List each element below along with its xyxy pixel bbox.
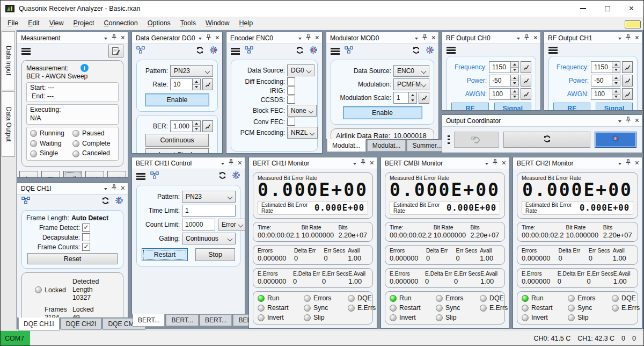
frequency-input[interactable]: [489, 61, 511, 73]
panel-pin-button[interactable]: [422, 34, 427, 42]
panel-close-button[interactable]: ×: [635, 34, 639, 41]
power-input[interactable]: [489, 75, 511, 86]
panel-close-button[interactable]: ×: [635, 117, 639, 124]
power-input[interactable]: [591, 75, 612, 86]
panel-menu-caret-icon[interactable]: [298, 38, 302, 40]
reset-button[interactable]: Reset: [27, 253, 118, 264]
panel-close-button[interactable]: ×: [370, 159, 374, 167]
panel-close-button[interactable]: ×: [635, 159, 639, 167]
run-single-button[interactable]: [63, 171, 82, 177]
diff-encoding-checkbox[interactable]: [287, 77, 295, 85]
edit-notes-button[interactable]: [108, 45, 123, 57]
tab-dqe-ch2i[interactable]: DQE CH2I: [61, 318, 102, 330]
modulator-enable-button[interactable]: Enable: [343, 106, 422, 119]
connection-button[interactable]: [245, 46, 253, 56]
modulation-scale-input[interactable]: [393, 92, 409, 104]
panel-close-button[interactable]: ×: [121, 184, 125, 192]
panel-close-button[interactable]: ×: [502, 159, 506, 167]
panel-close-button[interactable]: ×: [215, 34, 219, 41]
hamburger-menu-icon[interactable]: [21, 48, 31, 55]
menu-file[interactable]: File: [3, 17, 23, 30]
connection-button[interactable]: [345, 46, 353, 56]
panel-pin-button[interactable]: [626, 117, 631, 125]
tab-summer[interactable]: Summer...: [407, 140, 447, 152]
rate-spinner[interactable]: [193, 78, 201, 90]
rate-ramp-button[interactable]: [202, 78, 213, 90]
revert-button[interactable]: [454, 132, 499, 148]
signal-toggle-button[interactable]: Signal: [494, 103, 532, 110]
tab-dqe-ch1i[interactable]: DQE CH1I: [18, 318, 60, 330]
modulation-scale-spinner[interactable]: [409, 92, 417, 104]
tab-bert-2[interactable]: BERT...: [200, 314, 232, 326]
frequency-ramp-button[interactable]: [521, 61, 531, 73]
decapsulate-checkbox[interactable]: [82, 233, 90, 241]
apply-settings-button[interactable]: [595, 132, 636, 148]
continuous-button[interactable]: Continuous: [145, 134, 209, 147]
menu-connection[interactable]: Connection: [99, 17, 143, 30]
hamburger-menu-icon[interactable]: [331, 48, 340, 55]
refresh-button[interactable]: [196, 46, 204, 56]
block-fec-select[interactable]: None: [287, 105, 317, 117]
settings-button[interactable]: [309, 46, 318, 56]
data-source-select[interactable]: ENC0: [393, 65, 429, 77]
rate-input[interactable]: [170, 78, 193, 90]
panel-menu-caret-icon[interactable]: [221, 163, 224, 165]
panel-pin-button[interactable]: [626, 34, 631, 42]
panel-close-button[interactable]: ×: [315, 34, 319, 41]
power-ramp-button[interactable]: [622, 75, 633, 86]
panel-pin-button[interactable]: [112, 184, 116, 192]
panel-menu-caret-icon[interactable]: [199, 38, 202, 40]
frame-detect-checkbox[interactable]: [82, 224, 90, 232]
skip-to-end-button[interactable]: [107, 171, 126, 177]
signal-toggle-button[interactable]: Signal: [596, 103, 633, 110]
step-button[interactable]: [85, 171, 104, 177]
frequency-spinner[interactable]: [511, 61, 519, 73]
frequency-ramp-button[interactable]: [622, 61, 633, 73]
connection-button[interactable]: [150, 171, 159, 181]
power-spinner[interactable]: [612, 75, 620, 86]
menu-help[interactable]: Help: [235, 17, 258, 30]
hamburger-menu-icon[interactable]: [548, 47, 558, 54]
rf-toggle-button[interactable]: RF: [451, 103, 489, 110]
tab-modulator-0[interactable]: Modulat...: [327, 139, 366, 152]
restart-button[interactable]: Restart: [142, 248, 188, 261]
panel-pin-button[interactable]: [524, 34, 529, 42]
awgn-ramp-button[interactable]: [521, 88, 531, 100]
panel-pin-button[interactable]: [361, 159, 365, 167]
settings-button[interactable]: [115, 196, 123, 207]
awgn-input[interactable]: [591, 88, 612, 100]
tab-bert-0[interactable]: BERT...: [133, 314, 165, 327]
hamburger-menu-icon[interactable]: [136, 173, 145, 180]
hamburger-menu-icon[interactable]: [447, 47, 456, 54]
menu-options[interactable]: Options: [143, 17, 175, 30]
refresh-button[interactable]: [101, 197, 109, 207]
pattern-select[interactable]: PN23: [170, 65, 213, 77]
panel-pin-button[interactable]: [112, 34, 116, 42]
tab-bert-1[interactable]: BERT...: [166, 314, 198, 326]
ber-spinner[interactable]: [193, 120, 201, 132]
panel-pin-button[interactable]: [626, 159, 631, 167]
panel-close-button[interactable]: ×: [238, 159, 242, 167]
connection-button[interactable]: [21, 197, 30, 206]
refresh-button[interactable]: [296, 46, 304, 56]
conv-fec-checkbox[interactable]: [287, 118, 295, 126]
count-limit-input[interactable]: [182, 219, 215, 230]
generator-enable-button[interactable]: Enable: [145, 93, 209, 106]
panel-close-button[interactable]: ×: [121, 34, 125, 41]
frequency-spinner[interactable]: [612, 61, 620, 73]
power-ramp-button[interactable]: [521, 75, 531, 86]
panel-menu-caret-icon[interactable]: [104, 38, 107, 40]
close-button[interactable]: ×: [619, 1, 643, 17]
panel-close-button[interactable]: ×: [533, 34, 538, 41]
bert-stop-button[interactable]: Stop: [195, 248, 235, 261]
panel-menu-caret-icon[interactable]: [618, 163, 621, 165]
modulation-select[interactable]: PCMFM: [393, 78, 429, 90]
tab-modulator-1[interactable]: Modulat...: [367, 140, 406, 152]
side-tab-data-output[interactable]: Data Output: [2, 91, 15, 157]
settings-button[interactable]: [426, 46, 434, 56]
awgn-input[interactable]: [489, 88, 511, 100]
settings-button[interactable]: [209, 46, 218, 56]
data-source-select[interactable]: DG0: [287, 64, 314, 76]
play-button[interactable]: [19, 171, 38, 177]
panel-pin-button[interactable]: [493, 159, 497, 167]
